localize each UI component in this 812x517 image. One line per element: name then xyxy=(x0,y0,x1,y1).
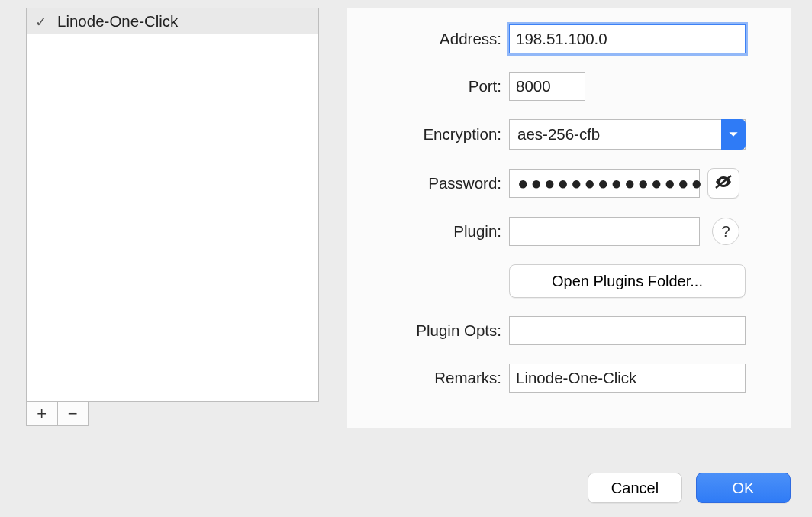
plugin-label: Plugin: xyxy=(369,222,509,241)
address-label: Address: xyxy=(369,30,509,48)
port-label: Port: xyxy=(369,77,509,95)
port-input[interactable] xyxy=(509,72,585,101)
server-list-panel: ✓ Linode-One-Click + − xyxy=(26,8,319,426)
password-input[interactable]: ●●●●●●●●●●●●●● xyxy=(509,169,700,198)
ok-button[interactable]: OK xyxy=(696,473,791,503)
plugin-input[interactable] xyxy=(509,217,700,246)
server-row[interactable]: ✓ Linode-One-Click xyxy=(27,8,318,34)
encryption-value: aes-256-cfb xyxy=(517,125,600,144)
open-plugins-folder-button[interactable]: Open Plugins Folder... xyxy=(509,264,746,298)
server-list-footer: + − xyxy=(26,402,89,426)
plugin-help-button[interactable]: ? xyxy=(712,218,740,245)
remove-server-button[interactable]: − xyxy=(57,402,89,425)
chevron-down-icon xyxy=(721,119,746,150)
dialog-buttons: Cancel OK xyxy=(588,473,791,503)
address-input[interactable] xyxy=(509,24,746,53)
server-settings-panel: Address: Port: Encryption: aes-256-cfb P… xyxy=(347,8,791,428)
add-server-button[interactable]: + xyxy=(27,402,57,425)
remarks-input[interactable] xyxy=(509,364,746,393)
help-icon: ? xyxy=(721,223,730,241)
check-icon: ✓ xyxy=(34,13,48,31)
plugin-opts-label: Plugin Opts: xyxy=(369,322,509,340)
reveal-password-button[interactable] xyxy=(707,168,740,199)
remarks-label: Remarks: xyxy=(369,369,509,387)
server-row-label: Linode-One-Click xyxy=(57,12,178,31)
encryption-label: Encryption: xyxy=(369,125,509,144)
plugin-opts-input[interactable] xyxy=(509,316,746,345)
server-list[interactable]: ✓ Linode-One-Click xyxy=(26,8,319,402)
eye-slash-icon xyxy=(714,174,733,193)
cancel-button[interactable]: Cancel xyxy=(588,473,682,503)
password-label: Password: xyxy=(369,174,509,192)
encryption-select[interactable]: aes-256-cfb xyxy=(509,119,746,150)
